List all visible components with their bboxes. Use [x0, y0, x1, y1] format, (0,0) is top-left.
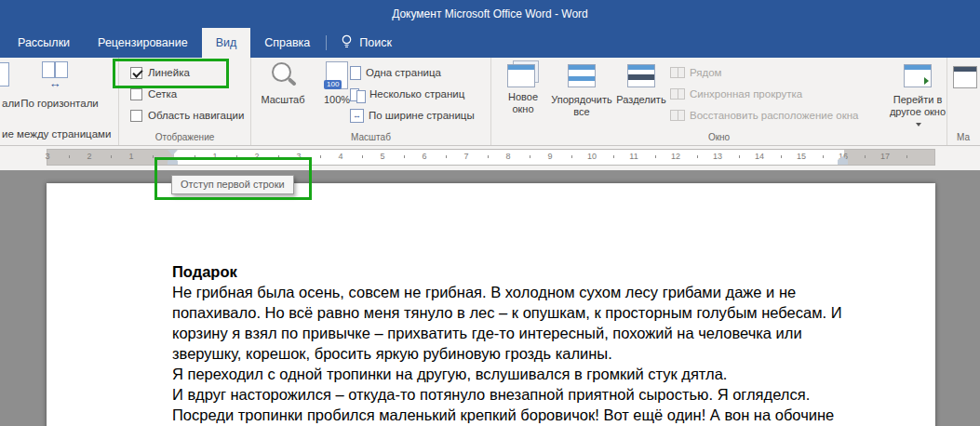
show-group-label: Отображение	[119, 132, 250, 142]
switch-windows-icon	[904, 60, 932, 90]
ribbon-group-show: Линейка Сетка Область навигации Отображе…	[119, 58, 251, 145]
document-line: Не грибная была осень, совсем не грибная…	[172, 282, 842, 302]
search-label: Поиск	[359, 36, 392, 49]
one-page-button[interactable]: Одна страница	[350, 65, 441, 80]
document-line: корзину я взял по привычке – прихватить …	[172, 323, 842, 343]
document-text: Подарок Не грибная была осень, совсем не…	[172, 261, 842, 426]
document-page[interactable]: Подарок Не грибная была осень, совсем не…	[47, 183, 935, 426]
arrange-all-icon	[568, 60, 596, 90]
new-window-button[interactable]: Новое окно	[497, 60, 549, 115]
tab-mailings[interactable]: Рассылки	[4, 28, 84, 58]
window-group-label: Окно	[491, 132, 946, 142]
split-button[interactable]: Разделить	[614, 60, 668, 106]
arrange-all-button[interactable]: Упорядочить все	[551, 60, 612, 118]
nav-pane-checkbox-label: Область навигации	[148, 110, 244, 121]
sync-scroll-button: Синхронная прокрутка	[670, 87, 802, 101]
multiple-pages-label: Несколько страниц	[369, 88, 464, 100]
page-width-icon: ↔	[350, 109, 364, 123]
ruler-bar	[47, 149, 935, 166]
document-heading: Подарок	[172, 261, 842, 282]
ribbon-group-zoom: Масштаб 100 100% Одна страница Несколько…	[251, 58, 491, 145]
window-title: Документ Microsoft Office Word - Word	[392, 7, 588, 20]
zoom-100-icon: 100	[326, 60, 348, 90]
zoom-button-label: Масштаб	[261, 94, 304, 106]
tab-review[interactable]: Рецензирование	[84, 28, 202, 58]
multiple-pages-button[interactable]: Несколько страниц	[350, 87, 464, 101]
arrange-all-label: Упорядочить все	[551, 94, 612, 118]
macros-icon	[953, 62, 977, 92]
ruler[interactable]: 3211234567891011121314151617	[0, 146, 980, 170]
left-indent-marker[interactable]	[168, 161, 178, 165]
split-icon	[627, 60, 655, 90]
tab-search[interactable]: Поиск	[329, 28, 404, 58]
ruler-left-margin	[47, 150, 174, 165]
title-bar: Документ Microsoft Office Word - Word	[0, 0, 980, 28]
multiple-pages-icon	[350, 87, 365, 101]
ruler-checkbox-label: Линейка	[148, 67, 190, 78]
page-width-label: По ширине страницы	[369, 110, 475, 121]
side-by-side-button: Рядом	[670, 65, 722, 80]
ribbon-tab-bar: Рассылки Рецензирование Вид Справка Поис…	[0, 28, 980, 58]
gridlines-checkbox-row[interactable]: Сетка	[130, 87, 177, 101]
ruler-checkbox-row[interactable]: Линейка	[130, 65, 190, 80]
horizontal-arrow-icon: ↔	[39, 77, 71, 90]
one-page-icon	[350, 66, 361, 80]
horizontal-button[interactable]: По горизонтали	[20, 97, 99, 111]
switch-windows-text: Перейти в другое окно	[890, 94, 946, 117]
ribbon-group-window: Новое окно Упорядочить все Разделить Ряд…	[491, 58, 947, 145]
side-by-side-icon	[670, 67, 685, 78]
document-line: попахивало. Но всё равно меня тянуло в л…	[172, 302, 842, 323]
zoom-group-label: Масштаб	[251, 132, 490, 142]
ruler-right-margin	[844, 150, 935, 165]
tab-view[interactable]: Вид	[202, 28, 251, 58]
switch-windows-button[interactable]: Перейти в другое окно	[888, 60, 947, 130]
zoom-100-badge: 100	[324, 80, 342, 89]
nav-pane-checkbox[interactable]	[130, 110, 142, 122]
document-line: Посреди тропинки пробился маленький креп…	[172, 405, 842, 425]
cut-label-top: али	[2, 97, 20, 111]
sync-scroll-label: Синхронная прокрутка	[690, 88, 802, 100]
ribbon-group-page-movement: ↔ али По горизонтали ие между страницами	[0, 58, 119, 145]
zoom-100-label: 100%	[324, 94, 350, 106]
reset-position-label: Восстановить расположение окна	[690, 110, 858, 121]
one-page-label: Одна страница	[366, 67, 441, 78]
document-line: зверушку, корешок, бросить яркую рубинов…	[172, 343, 842, 364]
sync-scroll-icon	[670, 88, 685, 100]
ribbon: ↔ али По горизонтали ие между страницами…	[0, 58, 980, 146]
cut-label-bottom: ие между страницами	[2, 127, 111, 141]
tooltip: Отступ первой строки	[171, 175, 294, 194]
reset-position-button: Восстановить расположение окна	[670, 108, 858, 123]
gridlines-checkbox-label: Сетка	[148, 88, 177, 100]
page-width-button[interactable]: ↔ По ширине страницы	[350, 108, 475, 123]
split-label: Разделить	[616, 94, 665, 106]
document-line: И вдруг насторожился – откуда-то потянул…	[172, 384, 842, 405]
horizontal-pages-icon: ↔	[39, 61, 71, 90]
side-by-side-label: Рядом	[690, 67, 722, 78]
ruler-text-area	[174, 150, 844, 165]
tab-divider	[326, 35, 327, 50]
lightbulb-icon	[341, 34, 353, 52]
new-window-icon	[507, 60, 539, 87]
reset-position-icon	[670, 110, 685, 121]
switch-windows-label: Перейти в другое окно	[888, 94, 947, 130]
cut-button-icon	[0, 62, 9, 87]
ribbon-group-macros: Ма	[947, 58, 980, 145]
tab-help[interactable]: Справка	[250, 28, 324, 58]
chevron-down-icon	[916, 123, 921, 126]
gridlines-checkbox[interactable]	[130, 88, 142, 100]
macros-group-label: Ма	[947, 132, 980, 142]
word-window: Документ Microsoft Office Word - Word Ра…	[0, 0, 980, 426]
document-canvas: Подарок Не грибная была осень, совсем не…	[0, 170, 980, 426]
document-line: Я переходил с одной тропинки на другую, …	[172, 364, 842, 384]
magnifier-icon	[267, 60, 299, 90]
ruler-checkbox[interactable]	[130, 67, 142, 79]
zoom-button[interactable]: Масштаб	[255, 60, 311, 106]
new-window-label: Новое окно	[497, 91, 549, 115]
nav-pane-checkbox-row[interactable]: Область навигации	[130, 108, 244, 123]
